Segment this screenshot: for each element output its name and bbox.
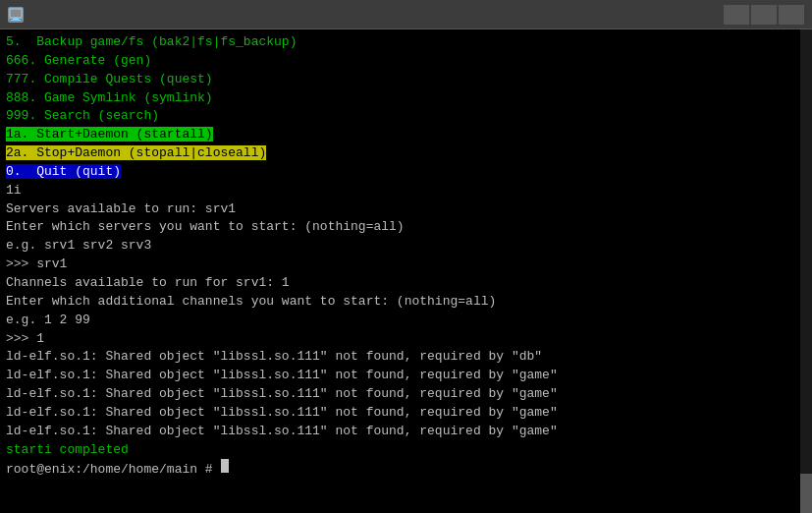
terminal-line: 888. Game Symlink (symlink) bbox=[6, 89, 806, 108]
title-bar bbox=[0, 0, 812, 29]
terminal-line: ld-elf.so.1: Shared object "libssl.so.11… bbox=[6, 423, 806, 441]
terminal-line: 1a. Start+Daemon (startall) bbox=[6, 126, 806, 144]
terminal-line: 2a. Stop+Daemon (stopall|closeall) bbox=[6, 144, 806, 163]
terminal-line: root@enix:/home/home/main # bbox=[6, 459, 806, 480]
terminal-line: 1i bbox=[6, 182, 806, 200]
terminal-output: 5. Backup game/fs (bak2|fs|fs_backup)666… bbox=[6, 33, 806, 480]
minimize-button[interactable] bbox=[724, 5, 749, 25]
terminal-line: ld-elf.so.1: Shared object "libssl.so.11… bbox=[6, 348, 806, 367]
terminal-line: Enter which additional channels you want… bbox=[6, 293, 806, 312]
terminal-line: ld-elf.so.1: Shared object "libssl.so.11… bbox=[6, 385, 806, 404]
svg-rect-2 bbox=[11, 20, 21, 21]
terminal-line: ld-elf.so.1: Shared object "libssl.so.11… bbox=[6, 404, 806, 423]
highlight-text: 0. Quit (quit) bbox=[6, 164, 121, 179]
scrollbar[interactable] bbox=[800, 29, 812, 513]
highlight-text: 1a. Start+Daemon (startall) bbox=[6, 127, 213, 142]
terminal-line: starti completed bbox=[6, 441, 806, 460]
app-icon bbox=[8, 7, 24, 23]
terminal-line: Channels available to run for srv1: 1 bbox=[6, 274, 806, 293]
terminal-line: ld-elf.so.1: Shared object "libssl.so.11… bbox=[6, 367, 806, 385]
svg-rect-1 bbox=[13, 18, 19, 20]
terminal-line: e.g. 1 2 99 bbox=[6, 312, 806, 330]
prompt-text: root@enix:/home/home/main # bbox=[6, 462, 220, 477]
maximize-button[interactable] bbox=[751, 5, 777, 25]
svg-rect-0 bbox=[10, 9, 22, 18]
terminal-line: Enter which servers you want to start: (… bbox=[6, 218, 806, 237]
terminal[interactable]: 5. Backup game/fs (bak2|fs|fs_backup)666… bbox=[0, 29, 812, 513]
terminal-line: 777. Compile Quests (quest) bbox=[6, 71, 806, 89]
highlight-text: 2a. Stop+Daemon (stopall|closeall) bbox=[6, 145, 266, 160]
terminal-line: 0. Quit (quit) bbox=[6, 163, 806, 182]
terminal-line: >>> srv1 bbox=[6, 256, 806, 274]
terminal-line: e.g. srv1 srv2 srv3 bbox=[6, 237, 806, 256]
terminal-line: 999. Search (search) bbox=[6, 107, 806, 126]
terminal-line: 666. Generate (gen) bbox=[6, 52, 806, 71]
terminal-cursor bbox=[221, 459, 229, 473]
scrollbar-thumb[interactable] bbox=[800, 474, 812, 513]
terminal-line: Servers available to run: srv1 bbox=[6, 200, 806, 219]
terminal-line: 5. Backup game/fs (bak2|fs|fs_backup) bbox=[6, 33, 806, 52]
close-button[interactable] bbox=[779, 5, 804, 25]
terminal-line: >>> 1 bbox=[6, 330, 806, 349]
